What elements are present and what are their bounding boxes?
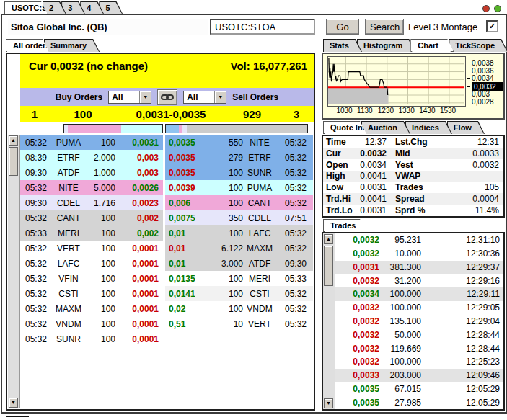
dropdown-arrow-icon[interactable]: ▼ xyxy=(214,91,226,103)
trade-price: 0,0032 xyxy=(335,303,379,313)
sell-order-row[interactable]: 0,0035279ETRF05:32 xyxy=(165,150,313,165)
sell-order-row[interactable]: 0,0039100PUMA05:32 xyxy=(165,180,313,195)
quote-label: Open xyxy=(323,160,356,170)
sell-size-total: 929 xyxy=(225,108,279,120)
tab-label: Trades xyxy=(325,220,368,232)
trade-row[interactable]: 0,003295.23112:31:10 xyxy=(335,233,503,247)
buy-order-row[interactable]: 05:32NITE5.0000,0026 xyxy=(20,180,163,195)
quote-value: 12:37 xyxy=(356,137,387,147)
scrollbar-thumb[interactable] xyxy=(324,246,333,286)
symbol-input[interactable] xyxy=(210,19,315,35)
tab-flow[interactable]: Flow xyxy=(447,121,485,134)
tab-all-orders[interactable]: All orders xyxy=(6,39,49,52)
sell-order-row[interactable]: 0,0135100MERI05:33 xyxy=(165,271,313,286)
order-size: 6.122 xyxy=(211,243,243,254)
trade-row[interactable]: 0,0032100.00012:25:23 xyxy=(335,355,503,369)
sell-order-row[interactable]: 0,01100LAFC05:32 xyxy=(165,225,313,241)
order-time: 05:32 xyxy=(20,304,51,314)
buy-order-row[interactable]: 05:32CSTI1000,0001 xyxy=(20,286,163,301)
buy-mmid-count: 1 xyxy=(20,108,49,120)
scroll-up-button[interactable]: ▲ xyxy=(9,135,18,146)
search-button[interactable]: Search xyxy=(365,19,404,35)
sell-order-row[interactable]: 0,013.000ATDF09:30 xyxy=(165,256,313,271)
trade-size: 100.000 xyxy=(379,303,421,313)
buy-order-row[interactable]: 08:39ETRF2.0000,003 xyxy=(20,150,163,165)
sell-filter-select[interactable]: All ▼ xyxy=(183,91,226,104)
scroll-up-button[interactable]: ▲ xyxy=(324,234,333,244)
trade-row[interactable]: 0,003210.00012:30:36 xyxy=(335,247,503,261)
buy-order-row[interactable]: 05:32CANT1000,002 xyxy=(20,210,163,225)
order-size: 100 xyxy=(86,319,115,329)
buy-order-row[interactable]: 05:33MERI1000,002 xyxy=(20,225,163,241)
buy-order-row[interactable]: 05:32VNDM1000,0001 xyxy=(20,316,163,331)
order-price: 0,0001 xyxy=(115,274,163,284)
sell-order-row[interactable]: 0,0075350CDEL07:51 xyxy=(165,210,313,225)
tab-tickscope[interactable]: TickScope xyxy=(449,39,507,52)
order-book: 05:32PUMA1000,003108:39ETRF2.0000,00309:… xyxy=(20,135,314,409)
buy-filter-select[interactable]: All ▼ xyxy=(108,91,151,104)
order-book-scrollbar[interactable]: ▲ ▼ xyxy=(8,135,20,408)
trade-size: 10.000 xyxy=(379,249,421,259)
order-price: 0,01 xyxy=(165,228,211,238)
scroll-down-button[interactable]: ▼ xyxy=(324,398,333,408)
order-price: 0,02 xyxy=(165,304,211,314)
buy-order-row[interactable]: 09:30CDEL1.7160,0023 xyxy=(20,195,163,210)
scrollbar-thumb[interactable] xyxy=(9,147,18,176)
trade-row[interactable]: 0,0032135.10012:29:04 xyxy=(335,315,503,329)
sell-order-row[interactable]: 0,0035550NITE05:32 xyxy=(165,135,313,150)
tab-stats[interactable]: Stats xyxy=(323,39,362,52)
tab-summary[interactable]: Summary xyxy=(44,39,100,52)
tab-chart[interactable]: Chart xyxy=(410,39,454,52)
quote-label: Trades xyxy=(387,182,440,192)
quote-label: Mid xyxy=(387,148,440,158)
order-time: 05:32 xyxy=(20,289,51,299)
tab-indices[interactable]: Indices xyxy=(405,121,452,134)
trade-row[interactable]: 0,003250.00012:28:44 xyxy=(335,328,503,341)
trade-size: 119.669 xyxy=(379,344,421,354)
dropdown-arrow-icon[interactable]: ▼ xyxy=(139,91,151,103)
sell-order-row[interactable]: 0,006100CANT05:32 xyxy=(165,195,313,210)
order-mpid: VFIN xyxy=(51,274,86,284)
y-tick-label: 0,0028 xyxy=(472,98,494,106)
trade-row[interactable]: 0,0032119.66912:28:44 xyxy=(335,341,503,355)
tab-label: Auction xyxy=(362,122,410,134)
order-price: 0,0035 xyxy=(165,168,211,178)
scroll-down-button[interactable]: ▼ xyxy=(9,398,18,408)
trades-scrollbar[interactable]: ▲ ▼ xyxy=(323,233,335,409)
sell-order-row[interactable]: 0,02100VNDM05:32 xyxy=(165,301,313,316)
status-leds xyxy=(480,4,501,14)
trade-row[interactable]: 0,0034100.00012:29:11 xyxy=(335,287,503,301)
buy-order-row[interactable]: 05:32VFIN1000,0001 xyxy=(20,271,163,286)
link-filters-button[interactable] xyxy=(157,89,177,105)
volume-text: Vol: 16,077,261 xyxy=(231,60,307,72)
quote-label: Trd.Lo xyxy=(323,205,356,215)
trade-time: 12:25:23 xyxy=(421,357,503,367)
trade-row[interactable]: 0,0032100.00012:29:05 xyxy=(335,301,503,315)
buy-order-row[interactable]: 05:32MAXM1000,0001 xyxy=(20,301,163,316)
trade-row[interactable]: 0,003567.01512:05:29 xyxy=(335,382,503,396)
buy-order-row[interactable]: 05:32LAFC1000,0001 xyxy=(20,256,163,271)
level3-montage-checkbox[interactable]: ✓ xyxy=(486,20,498,32)
go-button[interactable]: Go xyxy=(326,19,359,35)
buy-order-row[interactable]: 09:30ATDF1.0000,003 xyxy=(20,165,163,180)
order-time: 05:32 xyxy=(276,319,313,329)
quote-label: Low xyxy=(323,182,356,192)
tab-trades[interactable]: Trades xyxy=(323,219,366,232)
trade-row[interactable]: 0,0031381.30012:29:37 xyxy=(335,261,503,274)
tab-histogram[interactable]: Histogram xyxy=(357,39,415,52)
sell-order-row[interactable]: 0,0035100SUNR05:32 xyxy=(165,165,313,180)
order-time: 05:33 xyxy=(276,274,313,284)
sell-order-row[interactable]: 0,016.122MAXM05:32 xyxy=(165,241,313,256)
trade-row[interactable]: 0,0033203.00012:09:46 xyxy=(335,369,503,383)
sell-order-row[interactable]: 0,5110VERT05:32 xyxy=(165,316,313,331)
buy-order-row[interactable]: 05:32PUMA1000,0031 xyxy=(20,135,163,150)
tab-auction[interactable]: Auction xyxy=(361,121,410,134)
trade-row[interactable]: 0,003527.98512:05:29 xyxy=(335,396,503,409)
sell-order-row[interactable]: 0,0141100CSTI05:32 xyxy=(165,286,313,301)
buy-order-row[interactable]: 05:32VERT1000,0001 xyxy=(20,241,163,256)
window-tab-symbol[interactable]: USOTC:STOA xyxy=(4,1,48,14)
tab-quote-info[interactable]: Quote Info xyxy=(323,121,366,134)
sell-filter-value: All xyxy=(184,92,214,102)
trade-row[interactable]: 0,003231.20012:29:16 xyxy=(335,274,503,287)
buy-order-row[interactable]: 05:32SUNR1000,0001 xyxy=(20,331,163,347)
